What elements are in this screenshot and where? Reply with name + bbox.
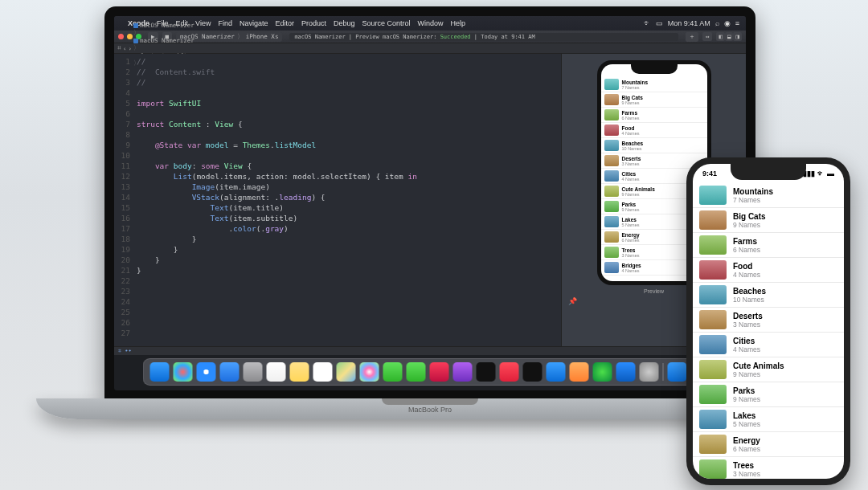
menu-source-control[interactable]: Source Control [362, 19, 411, 27]
thumbnail [699, 310, 727, 329]
menu-view[interactable]: View [195, 19, 211, 27]
content-list[interactable]: Mountains7 NamesBig Cats9 NamesFarms6 Na… [693, 183, 844, 479]
wifi-icon[interactable]: ᯤ [644, 19, 651, 27]
item-title: Parks [733, 386, 760, 395]
dock-downloads-icon[interactable] [668, 362, 687, 382]
minimize-icon[interactable] [127, 34, 133, 39]
thumbnail [699, 459, 727, 479]
list-item[interactable]: Beaches10 Names [693, 283, 844, 308]
dock-contacts-icon[interactable] [244, 362, 263, 382]
dock-facetime-icon[interactable] [407, 362, 426, 382]
list-item[interactable]: Beaches10 Names [601, 138, 707, 153]
dock-maps-icon[interactable] [337, 362, 356, 382]
dock-settings-icon[interactable] [640, 362, 659, 382]
iphone-device: 9:41 ▮▮▮▮ ᯤ ▬ Mountains7 NamesBig Cats9 … [686, 157, 850, 485]
list-item[interactable]: Lakes5 Names [693, 407, 844, 432]
menu-editor[interactable]: Editor [275, 19, 294, 27]
jump-bar-segment[interactable]: macOS Namerizer [133, 37, 194, 44]
dock-notes-icon[interactable] [290, 362, 309, 382]
item-subtitle: 9 Names [733, 370, 784, 378]
notification-center-icon[interactable]: ≡ [735, 19, 739, 27]
item-subtitle: 4 Names [622, 131, 640, 136]
toggle-inspector-button[interactable]: ◨ [733, 32, 742, 41]
jump-bar-segment[interactable]: macOS Namerizer [133, 22, 194, 29]
jump-bar[interactable]: ⌗ ‹ › macOS Namerizer〉macOS Namerizer〉Co… [114, 43, 746, 54]
close-icon[interactable] [118, 34, 124, 39]
toggle-navigator-button[interactable]: ◧ [716, 32, 725, 41]
back-button[interactable]: ‹ [123, 45, 127, 52]
spotlight-icon[interactable]: ⌕ [715, 19, 719, 27]
dock-finder-icon[interactable] [150, 362, 170, 382]
folder-icon [133, 39, 138, 43]
source-editor[interactable]: 1234567891011121314151617181920212223242… [114, 54, 561, 346]
dock-tv-icon[interactable] [477, 362, 496, 382]
item-title: Parks [622, 202, 640, 207]
toggle-debug-button[interactable]: ⬓ [725, 32, 734, 41]
list-item[interactable]: Food4 Names [601, 123, 707, 138]
list-item[interactable]: Cute Animals9 Names [693, 357, 844, 382]
thumbnail [699, 360, 727, 379]
item-subtitle: 5 Names [622, 223, 640, 227]
dock-reminders-icon[interactable] [313, 362, 333, 382]
list-item[interactable]: Mountains7 Names [693, 183, 844, 208]
menu-window[interactable]: Window [418, 19, 444, 27]
list-item[interactable]: Energy6 Names [693, 432, 844, 457]
item-title: Farms [733, 237, 760, 246]
menu-product[interactable]: Product [301, 19, 326, 27]
scheme-device: iPhone Xs [246, 33, 279, 41]
item-title: Deserts [733, 312, 763, 321]
macos-dock[interactable] [143, 358, 718, 386]
siri-icon[interactable]: ◉ [724, 19, 731, 27]
dock-safari-icon[interactable] [197, 362, 216, 382]
dock-calendar-icon[interactable] [267, 362, 286, 382]
list-item[interactable]: Big Cats9 Names [693, 208, 844, 233]
library-button[interactable]: ＋ [686, 32, 698, 42]
menu-help[interactable]: Help [451, 19, 466, 27]
code-area[interactable]: //// Content.swift//import SwiftUIstruct… [133, 54, 561, 346]
menubar-clock[interactable]: Mon 9:41 AM [668, 19, 710, 27]
menu-navigate[interactable]: Navigate [240, 19, 268, 27]
list-item[interactable]: Cities4 Names [693, 333, 844, 357]
xcode-window: ▶ ■ macOS Namerizer 〉 iPhone Xs macOS Na… [114, 31, 746, 355]
dock-mail-icon[interactable] [220, 362, 240, 382]
pin-preview-icon[interactable]: 📌 [568, 297, 577, 305]
menu-find[interactable]: Find [218, 19, 232, 27]
battery-icon[interactable]: ▭ [656, 19, 663, 27]
thumbnail [604, 216, 619, 227]
dock-home-icon[interactable] [570, 362, 589, 382]
list-item[interactable]: Food4 Names [693, 258, 844, 283]
forward-button[interactable]: › [129, 45, 133, 52]
thumbnail [699, 285, 727, 304]
item-title: Mountains [622, 80, 649, 85]
list-item[interactable]: Mountains7 Names [601, 77, 707, 92]
dock-news-icon[interactable] [500, 362, 519, 382]
related-items-icon[interactable]: ⌗ [117, 44, 121, 52]
dock-messages-icon[interactable] [383, 362, 403, 382]
list-item[interactable]: Trees3 Names [693, 457, 844, 479]
list-item[interactable]: Farms6 Names [693, 233, 844, 258]
dock-launchpad-icon[interactable] [174, 362, 193, 382]
menu-debug[interactable]: Debug [334, 19, 355, 27]
item-subtitle: 4 Names [733, 345, 760, 353]
dock-findmy-icon[interactable] [593, 362, 612, 382]
thumbnail [699, 410, 727, 429]
thumbnail [604, 125, 619, 136]
item-title: Beaches [733, 287, 766, 296]
item-subtitle: 9 Names [733, 221, 766, 229]
dock-appstore-icon[interactable] [547, 362, 566, 382]
code-review-button[interactable]: ↔ [702, 32, 713, 41]
thumbnail [699, 335, 727, 354]
dock-photos-icon[interactable] [360, 362, 379, 382]
list-item[interactable]: Deserts3 Names [693, 308, 844, 333]
breakpoints-icon[interactable]: ⌗ •• [118, 348, 132, 354]
list-item[interactable]: Parks9 Names [693, 382, 844, 407]
item-subtitle: 6 Names [622, 116, 640, 120]
dock-xcode-icon[interactable] [616, 362, 636, 382]
dock-music-icon[interactable] [430, 362, 449, 382]
dock-stocks-icon[interactable] [523, 362, 542, 382]
item-title: Mountains [733, 187, 773, 196]
dock-podcasts-icon[interactable] [453, 362, 473, 382]
list-item[interactable]: Big Cats9 Names [601, 92, 707, 108]
item-title: Trees [733, 461, 760, 470]
list-item[interactable]: Farms6 Names [601, 108, 707, 123]
